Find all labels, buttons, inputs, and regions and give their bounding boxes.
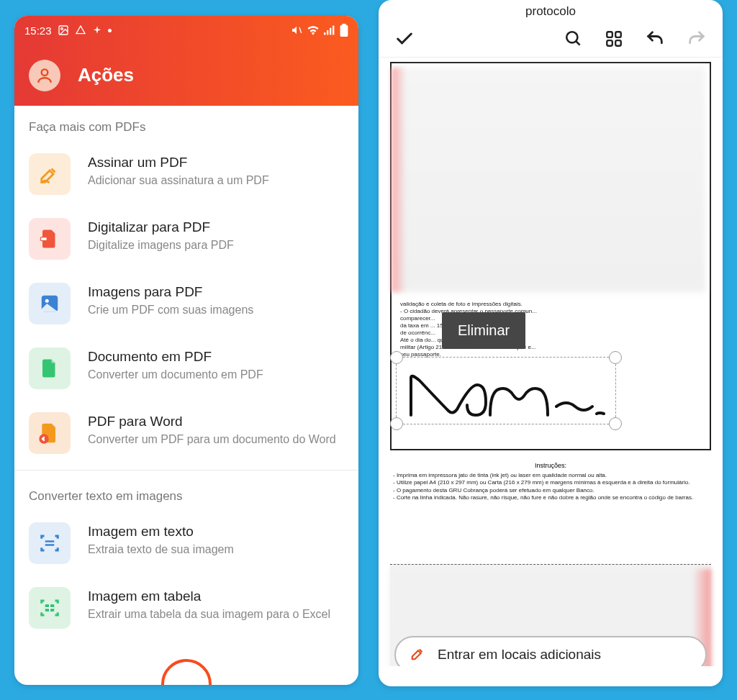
scan-icon — [29, 218, 71, 260]
pdf-word-icon — [29, 412, 71, 454]
svg-point-1 — [60, 28, 63, 30]
pen-icon — [410, 645, 426, 664]
ocr-text-icon — [29, 522, 71, 564]
phone-left: 15:23 — [14, 16, 358, 685]
resize-handle[interactable] — [390, 351, 403, 364]
document-title: protocolo — [379, 0, 723, 20]
action-images-pdf[interactable]: Imagens para PDF Crie um PDF com suas im… — [14, 271, 358, 336]
image-icon — [29, 283, 71, 324]
svg-rect-22 — [615, 32, 621, 37]
fab-button[interactable] — [161, 659, 212, 685]
undo-icon[interactable] — [645, 29, 665, 49]
editor-toolbar — [379, 20, 723, 58]
enter-additional-locations-button[interactable]: Entrar em locais adicionais — [394, 636, 707, 666]
section-label-pdfs: Faça mais com PDFs — [14, 106, 358, 142]
action-title: Imagem em tabela — [88, 588, 344, 604]
divider — [14, 470, 358, 471]
sign-icon — [29, 153, 71, 195]
action-title: Digitalizar para PDF — [88, 219, 344, 235]
page-edge-highlight — [392, 68, 406, 292]
action-doc-pdf[interactable]: Documento em PDF Converter um documento … — [14, 336, 358, 401]
page-1: validação e coleta de foto e impressões … — [390, 62, 711, 450]
signal-icon — [324, 25, 335, 35]
svg-line-20 — [576, 41, 579, 45]
cloud-icon — [75, 24, 86, 36]
status-bar: 15:23 — [14, 16, 358, 45]
svg-rect-7 — [340, 25, 348, 37]
instructions-block: Instruções: - Imprima em impressora jato… — [390, 462, 711, 522]
picture-icon — [58, 24, 69, 36]
document-icon — [29, 347, 71, 389]
svg-point-9 — [42, 69, 48, 76]
action-sub: Adicionar sua assinatura a um PDF — [88, 173, 344, 188]
action-sub: Crie um PDF com suas imagens — [88, 303, 344, 318]
battery-icon — [340, 24, 348, 37]
document-canvas[interactable]: validação e coleta de foto e impressões … — [379, 58, 723, 666]
svg-rect-14 — [45, 540, 55, 542]
redo-icon[interactable] — [687, 29, 707, 49]
action-title: Assinar um PDF — [88, 155, 344, 171]
grid-icon[interactable] — [605, 29, 623, 48]
button-label: Entrar em locais adicionais — [438, 647, 601, 663]
action-image-table[interactable]: Imagem em tabela Extrair uma tabela da s… — [14, 576, 358, 640]
mute-icon — [291, 24, 302, 36]
action-sub: Digitalize imagens para PDF — [88, 238, 344, 253]
page-title: Ações — [78, 64, 134, 86]
action-sub: Converter um documento em PDF — [88, 368, 344, 383]
svg-rect-6 — [333, 26, 334, 35]
svg-point-12 — [45, 299, 49, 303]
phone-right: protocolo validação e coleta de foto e i… — [379, 0, 723, 686]
svg-rect-21 — [607, 32, 612, 37]
svg-rect-5 — [330, 28, 331, 35]
section-label-convert: Converter texto em imagens — [14, 475, 358, 511]
actions-list: Faça mais com PDFs Assinar um PDF Adicio… — [14, 106, 358, 640]
status-dot — [108, 29, 112, 32]
action-title: Imagens para PDF — [88, 284, 344, 300]
resize-handle[interactable] — [609, 351, 622, 364]
action-title: Documento em PDF — [88, 349, 344, 365]
resize-handle[interactable] — [390, 417, 403, 430]
action-pdf-word[interactable]: PDF para Word Converter um PDF para um d… — [14, 401, 358, 465]
avatar[interactable] — [29, 60, 60, 91]
svg-line-2 — [299, 27, 302, 33]
confirm-icon[interactable] — [394, 29, 415, 49]
svg-rect-23 — [607, 40, 612, 46]
wifi-icon — [307, 25, 320, 35]
svg-rect-4 — [327, 30, 328, 35]
search-icon[interactable] — [564, 29, 583, 48]
blurred-content — [396, 68, 705, 292]
instructions-text: - Imprima em impressora jato de tinta (i… — [390, 472, 711, 502]
signature-stroke — [405, 371, 607, 421]
instructions-title: Instruções: — [390, 462, 711, 469]
action-scan-pdf[interactable]: Digitalizar para PDF Digitalize imagens … — [14, 206, 358, 271]
delete-tooltip[interactable]: Eliminar — [442, 312, 525, 349]
weather-icon — [92, 25, 102, 35]
svg-rect-3 — [324, 32, 325, 35]
ocr-table-icon — [29, 587, 71, 629]
action-title: Imagem em texto — [88, 524, 344, 540]
resize-handle[interactable] — [609, 417, 622, 430]
action-sign-pdf[interactable]: Assinar um PDF Adicionar sua assinatura … — [14, 142, 358, 206]
svg-rect-10 — [41, 237, 48, 241]
app-header: Ações — [14, 45, 358, 106]
svg-rect-24 — [615, 40, 621, 46]
action-title: PDF para Word — [88, 414, 344, 429]
svg-point-19 — [566, 32, 577, 42]
svg-rect-15 — [45, 544, 55, 546]
action-sub: Extrair uma tabela da sua imagem para o … — [88, 607, 344, 622]
action-image-text[interactable]: Imagem em texto Extraia texto de sua ima… — [14, 511, 358, 576]
status-time: 15:23 — [24, 24, 52, 37]
action-sub: Extraia texto de sua imagem — [88, 542, 344, 558]
signature-selection[interactable] — [396, 357, 616, 424]
svg-rect-8 — [342, 24, 345, 26]
action-sub: Converter um PDF para um documento do Wo… — [88, 432, 344, 447]
